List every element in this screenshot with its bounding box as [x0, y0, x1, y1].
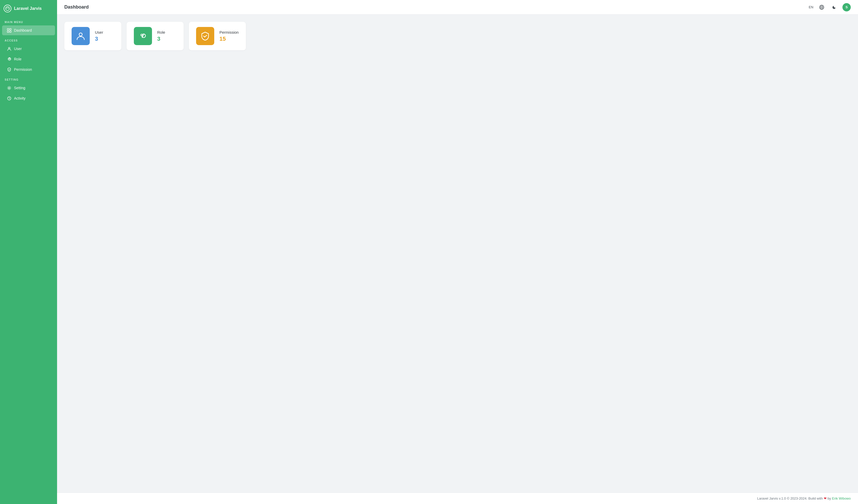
sidebar-user-label: User — [14, 47, 22, 51]
sidebar-logo: Laravel Jarvis — [0, 0, 57, 17]
author-link[interactable]: Erik Wibowo — [832, 497, 851, 500]
stat-card-user: User 3 — [64, 22, 122, 50]
globe-icon-button[interactable] — [817, 3, 826, 12]
user-stat-info: User 3 — [95, 30, 103, 42]
stat-card-permission: Permission 15 — [189, 22, 246, 50]
stat-card-role: Role 3 — [127, 22, 184, 50]
dashboard-icon — [7, 28, 12, 33]
svg-rect-2 — [10, 29, 11, 30]
user-stat-icon-box — [72, 27, 90, 45]
footer-text: Laravel Jarvis v.1.0 © 2023-2024. Build … — [757, 497, 851, 500]
user-stat-value: 3 — [95, 35, 103, 42]
page-title: Dashboard — [64, 4, 89, 10]
sidebar-dashboard-label: Dashboard — [14, 28, 32, 32]
role-stat-info: Role 3 — [157, 30, 165, 42]
permission-stat-icon-box — [196, 27, 214, 45]
header-actions: EN S — [809, 3, 851, 12]
dashboard-content: User 3 Role 3 — [57, 15, 858, 492]
svg-point-5 — [8, 47, 10, 49]
user-stat-label: User — [95, 30, 103, 34]
role-stat-icon-box — [134, 27, 152, 45]
sidebar-role-label: Role — [14, 57, 21, 61]
role-stat-value: 3 — [157, 35, 165, 42]
role-icon — [7, 57, 12, 62]
header: Dashboard EN S — [57, 0, 858, 15]
sidebar-item-permission[interactable]: Permission — [2, 65, 55, 75]
language-selector[interactable]: EN — [809, 5, 813, 9]
stats-cards-row: User 3 Role 3 — [64, 22, 851, 50]
svg-point-12 — [79, 33, 82, 36]
sidebar-item-user[interactable]: User — [2, 44, 55, 54]
user-avatar[interactable]: S — [842, 3, 851, 12]
svg-rect-1 — [7, 29, 9, 30]
app-name: Laravel Jarvis — [14, 6, 42, 11]
sidebar-setting-label: Setting — [14, 86, 26, 90]
sidebar-item-dashboard[interactable]: Dashboard — [2, 26, 55, 35]
svg-rect-4 — [10, 31, 11, 32]
access-label: ACCESS — [0, 35, 57, 44]
svg-point-0 — [6, 7, 10, 11]
sidebar-item-setting[interactable]: Setting — [2, 83, 55, 93]
main-content: Dashboard EN S — [57, 0, 858, 504]
permission-stat-value: 15 — [219, 35, 239, 42]
svg-rect-3 — [7, 31, 9, 32]
sidebar-permission-label: Permission — [14, 67, 32, 71]
permission-icon — [7, 67, 12, 72]
sidebar-item-activity[interactable]: Activity — [2, 93, 55, 103]
user-icon — [7, 46, 12, 51]
sidebar-activity-label: Activity — [14, 96, 26, 100]
setting-label: SETTING — [0, 75, 57, 83]
sidebar: Laravel Jarvis MAIN MENU Dashboard ACCES… — [0, 0, 57, 504]
activity-icon — [7, 96, 12, 101]
app-logo-icon — [4, 5, 12, 13]
permission-stat-label: Permission — [219, 30, 239, 34]
setting-icon — [7, 85, 12, 90]
role-stat-label: Role — [157, 30, 165, 34]
dark-mode-toggle[interactable] — [830, 3, 838, 12]
footer: Laravel Jarvis v.1.0 © 2023-2024. Build … — [57, 492, 858, 504]
svg-point-8 — [9, 87, 10, 89]
main-menu-label: MAIN MENU — [0, 17, 57, 25]
sidebar-item-role[interactable]: Role — [2, 54, 55, 64]
permission-stat-info: Permission 15 — [219, 30, 239, 42]
